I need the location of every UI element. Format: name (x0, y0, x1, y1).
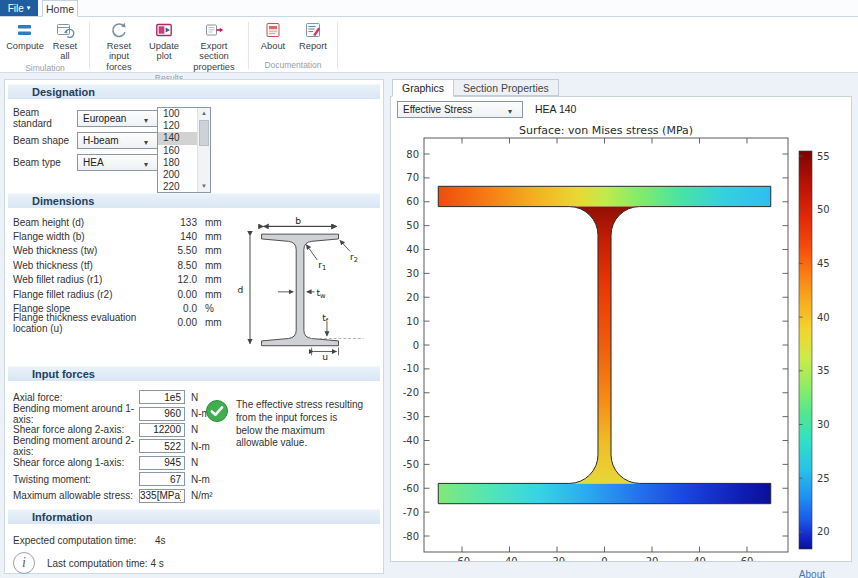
tab-graphics[interactable]: Graphics (392, 79, 454, 97)
tick-label: -50 (403, 459, 419, 470)
expected-time-value: 4s (155, 535, 166, 546)
svg-text:r2: r2 (350, 252, 358, 264)
beam-designation-label: HEA 140 (535, 103, 576, 115)
beam-shape-select[interactable]: H-beam (77, 132, 159, 149)
size-list-scrollbar[interactable]: ▲ ▼ (197, 108, 210, 192)
tick-label: -10 (403, 363, 419, 374)
tick-label: -40 (501, 556, 517, 562)
force-row: Bending moment around 1-axis:N-m (13, 405, 231, 421)
ribbon-separator (337, 22, 338, 69)
about-button[interactable]: About (253, 19, 293, 52)
reset-input-forces-button[interactable]: Reset input forces (94, 19, 144, 73)
plot-type-select[interactable]: Effective Stress (397, 101, 523, 118)
beam-diagram: b d r1 r2 tw tf (225, 214, 377, 362)
svg-text:b: b (295, 216, 301, 226)
svg-text:tf: tf (322, 313, 329, 325)
ribbon-group-label: Simulation (5, 63, 85, 75)
size-list: 100120140160180200220 (158, 108, 197, 192)
dimension-row: Web fillet radius (r1)12.0mm (13, 273, 225, 287)
export-section-properties-button[interactable]: Export section properties (184, 19, 244, 73)
compute-button[interactable]: Compute (5, 19, 45, 52)
information-section-header: Information (8, 509, 380, 524)
size-option[interactable]: 160 (158, 145, 197, 157)
tick-label: 60 (406, 196, 419, 207)
tab-home[interactable]: Home (42, 0, 78, 17)
dimension-row: Flange width (b)140mm (13, 229, 225, 243)
beam-size-list: 100120140160180200220 ▲ ▼ (157, 107, 211, 193)
force-input[interactable] (139, 407, 185, 421)
tick-label: 20 (406, 292, 419, 303)
file-menu-button[interactable]: File (0, 0, 38, 16)
input-forces-section-header: Input forces (8, 366, 380, 381)
tick-label: 35 (817, 365, 830, 376)
force-input[interactable] (139, 423, 185, 437)
ribbon-group-simulation: Compute Reset all Simulation (2, 19, 88, 72)
dimension-row: Beam height (d)133mm (13, 215, 225, 229)
size-option[interactable]: 200 (158, 169, 197, 181)
update-plot-icon (154, 20, 174, 40)
von-mises-plot[interactable]: Surface: von Mises stress (MPa) -60-40-2… (393, 121, 845, 561)
chevron-down-icon (144, 136, 155, 147)
force-row: Shear force along 1-axis:N (13, 455, 231, 471)
size-option[interactable]: 220 (158, 181, 197, 192)
size-option[interactable]: 100 (158, 108, 197, 120)
update-plot-button[interactable]: Update plot (144, 19, 184, 63)
tick-label: 0 (413, 340, 419, 351)
tick-label: 60 (741, 556, 754, 562)
info-icon: i (13, 552, 35, 574)
scroll-thumb[interactable] (199, 120, 209, 146)
force-input[interactable] (139, 489, 185, 503)
beam-type-label: Beam type (13, 157, 77, 168)
force-row: Twisting moment:N-m (13, 471, 231, 487)
tick-label: -30 (403, 411, 419, 422)
ribbon: Compute Reset all Simulation Reset input… (0, 17, 858, 73)
reset-input-forces-icon (109, 20, 129, 40)
about-link[interactable]: About (799, 569, 825, 578)
force-input[interactable] (139, 439, 185, 453)
size-option[interactable]: 180 (158, 157, 197, 169)
about-icon (263, 20, 283, 40)
chevron-down-icon (508, 105, 519, 116)
tick-label: 0 (601, 556, 607, 562)
chevron-down-icon (144, 158, 155, 169)
force-input[interactable] (139, 456, 185, 470)
tab-strip: File Home (0, 0, 858, 17)
ribbon-separator (248, 22, 249, 69)
force-row: Maximum allowable stress:N/m² (13, 487, 231, 503)
force-row: Bending moment around 2-axis:N-m (13, 438, 231, 454)
force-input[interactable] (139, 472, 185, 486)
tick-label: 45 (817, 258, 830, 269)
tab-section-properties[interactable]: Section Properties (454, 79, 559, 96)
reset-all-button[interactable]: Reset all (45, 19, 85, 63)
ribbon-group-label: Documentation (253, 60, 333, 72)
status-message: The effective stress resulting from the … (236, 399, 366, 450)
tick-label: 55 (817, 151, 830, 162)
tick-label: 40 (693, 556, 706, 562)
scroll-down-icon[interactable]: ▼ (198, 181, 210, 192)
beam-type-select[interactable]: HEA (77, 154, 159, 171)
tick-label: 20 (646, 556, 659, 562)
tick-label: 20 (817, 526, 830, 537)
svg-text:tw: tw (316, 288, 326, 300)
beam-standard-select[interactable]: European (77, 110, 159, 127)
report-button[interactable]: Report (293, 19, 333, 52)
tick-label: 30 (406, 268, 419, 279)
size-option[interactable]: 120 (158, 120, 197, 132)
tick-label: -60 (403, 483, 419, 494)
tick-label: 10 (406, 316, 419, 327)
beam-standard-label: Beam standard (13, 107, 77, 129)
expected-time-label: Expected computation time: (13, 535, 155, 546)
tick-label: 30 (817, 419, 830, 430)
compute-icon (15, 20, 35, 40)
tick-label: 40 (817, 312, 830, 323)
ribbon-group-documentation: About Report Documentation (250, 19, 336, 72)
check-circle-icon (205, 399, 229, 450)
size-option[interactable]: 140 (158, 132, 197, 144)
scroll-up-icon[interactable]: ▲ (198, 108, 210, 119)
force-input[interactable] (139, 390, 185, 404)
svg-text:d: d (237, 285, 243, 295)
colorbar (799, 151, 812, 549)
plot-title: Surface: von Mises stress (MPa) (519, 124, 693, 137)
reset-all-icon (55, 20, 75, 40)
chevron-down-icon (144, 114, 155, 125)
